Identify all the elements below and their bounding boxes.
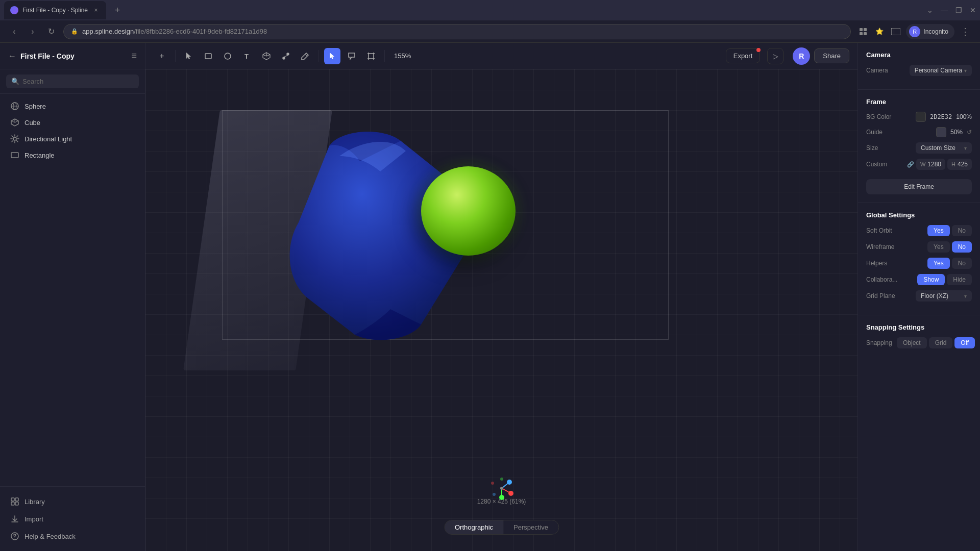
new-tab-button[interactable]: + <box>110 3 125 17</box>
forward-button[interactable]: › <box>27 26 39 38</box>
helpers-yes-button[interactable]: Yes <box>927 258 950 269</box>
helpers-no-button[interactable]: No <box>952 258 972 269</box>
snapping-off-button[interactable]: Off <box>954 337 975 348</box>
scene-item-rectangle[interactable]: Rectangle <box>2 147 143 163</box>
scene-item-directional-light-label: Directional Light <box>24 135 72 143</box>
grid-plane-arrow: ▾ <box>964 293 967 299</box>
text-tool-button[interactable]: T <box>239 48 255 64</box>
soft-orbit-label: Soft Orbit <box>866 227 897 234</box>
sidebar-back-button[interactable]: ← <box>8 52 16 61</box>
browser-menu-button[interactable]: ⋮ <box>959 24 972 39</box>
grid-plane-dropdown[interactable]: Floor (XZ) ▾ <box>916 290 972 302</box>
height-field[interactable]: H 425 <box>947 159 972 170</box>
size-row: Size Custom Size ▾ <box>866 142 972 154</box>
comment-tool-button[interactable] <box>344 48 360 64</box>
width-field[interactable]: W 1280 <box>916 159 945 170</box>
close-button[interactable]: ✕ <box>970 7 976 13</box>
grid-plane-value: Floor (XZ) <box>921 292 948 299</box>
orthographic-view-button[interactable]: Orthographic <box>445 520 503 534</box>
help-button[interactable]: Help & Feedback <box>2 528 143 545</box>
edit-frame-button[interactable]: Edit Frame <box>866 179 972 194</box>
snapping-label: Snapping <box>866 339 897 346</box>
sidebar-menu-button[interactable]: ≡ <box>131 51 137 61</box>
soft-orbit-yes-button[interactable]: Yes <box>927 225 950 236</box>
perspective-view-button[interactable]: Perspective <box>503 520 558 534</box>
address-bar[interactable]: 🔒 app.spline.design/file/8fbb2286-ecd6-4… <box>63 24 851 39</box>
svg-line-11 <box>15 121 18 122</box>
svg-rect-3 <box>864 32 867 35</box>
bg-color-controls: 2D2E32 100% <box>916 112 972 122</box>
user-avatar[interactable]: R <box>793 47 810 65</box>
green-sphere <box>421 166 516 256</box>
library-button[interactable]: Library <box>2 493 143 510</box>
top-toolbar: + T <box>145 43 857 69</box>
tab-close-button[interactable]: × <box>92 6 100 14</box>
browser-profile-button[interactable]: R Incognito <box>906 24 954 39</box>
ellipse-tool-button[interactable] <box>219 48 236 64</box>
import-label: Import <box>24 515 43 523</box>
cursor-tool-button[interactable] <box>324 48 340 64</box>
search-input[interactable] <box>22 78 134 85</box>
custom-label: Custom <box>866 161 897 168</box>
app-container: ← First File - Copy ≡ 🔍 Sphere <box>0 43 980 551</box>
global-settings-title: Global Settings <box>866 211 972 219</box>
extensions-icon[interactable] <box>857 26 869 38</box>
collabora-hide-button[interactable]: Hide <box>947 274 972 285</box>
path-tool-button[interactable] <box>278 48 294 64</box>
back-button[interactable]: ‹ <box>8 26 20 38</box>
snapping-section: Snapping Settings Snapping Object Grid O… <box>858 323 980 362</box>
soft-orbit-no-button[interactable]: No <box>952 225 972 236</box>
refresh-button[interactable]: ↻ <box>45 26 57 38</box>
svg-point-56 <box>499 495 504 500</box>
browser-toolbar-icons: ⭐ R Incognito ⋮ <box>857 24 972 39</box>
window-controls: ⌄ — ❐ ✕ <box>927 7 976 13</box>
scene-item-sphere[interactable]: Sphere <box>2 98 143 114</box>
browser-toolbar: ‹ › ↻ 🔒 app.spline.design/file/8fbb2286-… <box>0 20 980 43</box>
select-tool-button[interactable] <box>181 48 197 64</box>
global-settings-section: Global Settings Soft Orbit Yes No Wirefr… <box>858 211 980 315</box>
svg-line-18 <box>12 136 13 137</box>
chevron-down-icon[interactable]: ⌄ <box>927 7 933 13</box>
guide-swatch[interactable] <box>936 127 946 137</box>
grid-plane-label: Grid Plane <box>866 292 897 299</box>
wireframe-yes-button[interactable]: Yes <box>927 241 950 253</box>
maximize-button[interactable]: ❐ <box>955 7 962 13</box>
wireframe-no-button[interactable]: No <box>952 241 972 253</box>
sidebar: ← First File - Copy ≡ 🔍 Sphere <box>0 43 145 551</box>
right-panel: Camera Camera Personal Camera ▾ Frame BG… <box>857 43 980 551</box>
bookmark-icon[interactable]: ⭐ <box>873 26 886 38</box>
svg-rect-4 <box>891 28 900 35</box>
sidebar-icon[interactable] <box>890 26 902 38</box>
frame-tool-button[interactable] <box>363 48 379 64</box>
rectangle-tool-button[interactable] <box>200 48 216 64</box>
browser-chrome: First File - Copy · Spline × + ⌄ — ❐ ✕ ‹… <box>0 0 980 43</box>
scene-item-cube[interactable]: Cube <box>2 114 143 131</box>
snapping-object-button[interactable]: Object <box>897 337 927 348</box>
help-label: Help & Feedback <box>24 533 76 540</box>
scene-item-cube-label: Cube <box>24 119 40 127</box>
minimize-button[interactable]: — <box>941 7 947 13</box>
bg-color-swatch[interactable] <box>916 112 926 122</box>
play-button[interactable]: ▷ <box>767 48 783 64</box>
add-button[interactable]: + <box>154 48 170 64</box>
scene-item-directional-light[interactable]: Directional Light <box>2 131 143 147</box>
import-button[interactable]: Import <box>2 510 143 528</box>
export-button[interactable]: Export <box>726 48 761 63</box>
camera-label: Camera <box>866 67 897 74</box>
share-button[interactable]: Share <box>814 48 849 63</box>
svg-point-55 <box>508 491 513 496</box>
camera-dropdown[interactable]: Personal Camera ▾ <box>910 65 972 76</box>
pen-tool-button[interactable] <box>297 48 313 64</box>
snapping-grid-button[interactable]: Grid <box>929 337 953 348</box>
3d-tool-button[interactable] <box>258 48 275 64</box>
canvas-viewport[interactable]: 1280 × 425 (61%) <box>145 69 857 551</box>
svg-text:T: T <box>244 53 249 60</box>
size-dropdown[interactable]: Custom Size ▾ <box>916 142 972 154</box>
svg-rect-41 <box>369 54 374 59</box>
toolbar-separator-1 <box>175 50 176 62</box>
collabora-show-button[interactable]: Show <box>917 274 945 285</box>
browser-tab[interactable]: First File - Copy · Spline × <box>4 1 106 19</box>
guide-refresh-icon[interactable]: ↺ <box>967 129 972 136</box>
svg-point-54 <box>507 480 512 485</box>
svg-rect-26 <box>15 502 18 505</box>
